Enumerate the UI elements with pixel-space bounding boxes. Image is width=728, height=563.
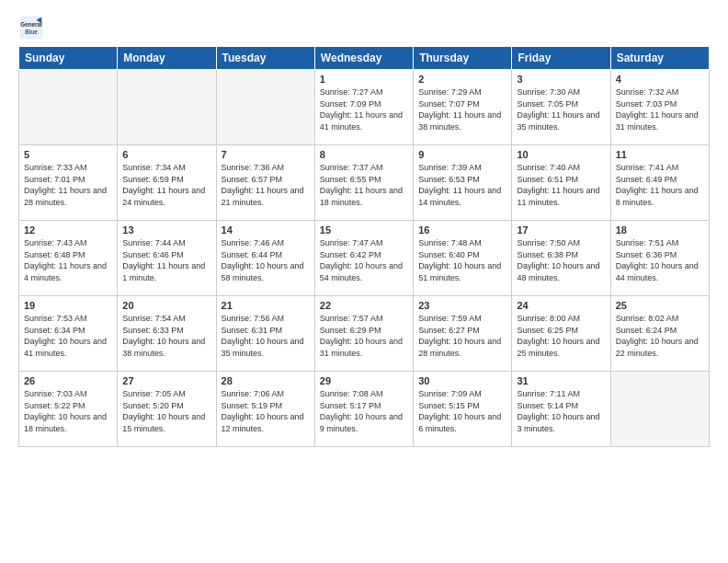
calendar-cell: 21 Sunrise: 7:56 AMSunset: 6:31 PMDaylig… (216, 296, 314, 372)
day-info: Sunrise: 7:09 AMSunset: 5:15 PMDaylight:… (418, 388, 506, 434)
calendar-cell: 4 Sunrise: 7:32 AMSunset: 7:03 PMDayligh… (610, 70, 709, 145)
day-info: Sunrise: 7:48 AMSunset: 6:40 PMDaylight:… (418, 237, 506, 283)
weekday-header-tuesday: Tuesday (216, 47, 314, 70)
weekday-header-sunday: Sunday (19, 47, 118, 70)
day-info: Sunrise: 7:03 AMSunset: 5:22 PMDaylight:… (24, 388, 112, 434)
calendar-cell: 20 Sunrise: 7:54 AMSunset: 6:33 PMDaylig… (118, 296, 216, 372)
calendar-cell: 10 Sunrise: 7:40 AMSunset: 6:51 PMDaylig… (512, 145, 610, 221)
day-number: 6 (122, 149, 210, 160)
calendar-cell: 16 Sunrise: 7:48 AMSunset: 6:40 PMDaylig… (414, 221, 512, 296)
day-number: 7 (222, 149, 310, 160)
day-number: 22 (320, 300, 408, 311)
logo: General Blue (18, 15, 46, 40)
day-number: 24 (517, 300, 605, 311)
day-number: 27 (122, 375, 210, 386)
day-info: Sunrise: 7:11 AMSunset: 5:14 PMDaylight:… (517, 388, 605, 434)
calendar-cell: 17 Sunrise: 7:50 AMSunset: 6:38 PMDaylig… (512, 221, 610, 296)
day-number: 8 (320, 149, 408, 160)
day-number: 9 (418, 149, 506, 160)
calendar-cell: 12 Sunrise: 7:43 AMSunset: 6:48 PMDaylig… (19, 221, 118, 296)
day-number: 4 (616, 74, 704, 85)
calendar-cell: 23 Sunrise: 7:59 AMSunset: 6:27 PMDaylig… (414, 296, 512, 372)
weekday-header-friday: Friday (512, 47, 610, 70)
calendar-cell (19, 70, 118, 145)
calendar-cell: 11 Sunrise: 7:41 AMSunset: 6:49 PMDaylig… (610, 145, 709, 221)
day-info: Sunrise: 7:36 AMSunset: 6:57 PMDaylight:… (222, 162, 310, 208)
day-number: 15 (320, 224, 408, 236)
day-number: 23 (418, 300, 506, 311)
day-info: Sunrise: 7:40 AMSunset: 6:51 PMDaylight:… (517, 162, 605, 208)
header: General Blue (18, 15, 710, 40)
week-row-2: 5 Sunrise: 7:33 AMSunset: 7:01 PMDayligh… (19, 145, 710, 221)
weekday-header-wednesday: Wednesday (314, 47, 413, 70)
day-info: Sunrise: 7:27 AMSunset: 7:09 PMDaylight:… (320, 86, 408, 132)
day-number: 14 (222, 224, 310, 236)
day-number: 13 (122, 224, 210, 236)
day-info: Sunrise: 7:34 AMSunset: 6:59 PMDaylight:… (122, 162, 210, 208)
calendar-cell: 30 Sunrise: 7:09 AMSunset: 5:15 PMDaylig… (414, 372, 512, 447)
calendar-cell: 15 Sunrise: 7:47 AMSunset: 6:42 PMDaylig… (314, 221, 413, 296)
calendar-cell: 13 Sunrise: 7:44 AMSunset: 6:46 PMDaylig… (118, 221, 216, 296)
day-info: Sunrise: 7:39 AMSunset: 6:53 PMDaylight:… (418, 162, 506, 208)
calendar-cell: 14 Sunrise: 7:46 AMSunset: 6:44 PMDaylig… (216, 221, 314, 296)
calendar-cell: 18 Sunrise: 7:51 AMSunset: 6:36 PMDaylig… (610, 221, 709, 296)
calendar-cell: 6 Sunrise: 7:34 AMSunset: 6:59 PMDayligh… (118, 145, 216, 221)
day-info: Sunrise: 8:02 AMSunset: 6:24 PMDaylight:… (616, 313, 704, 359)
calendar-cell: 19 Sunrise: 7:53 AMSunset: 6:34 PMDaylig… (19, 296, 118, 372)
calendar-cell: 3 Sunrise: 7:30 AMSunset: 7:05 PMDayligh… (512, 70, 610, 145)
calendar-cell: 31 Sunrise: 7:11 AMSunset: 5:14 PMDaylig… (512, 372, 610, 447)
calendar-cell: 9 Sunrise: 7:39 AMSunset: 6:53 PMDayligh… (414, 145, 512, 221)
day-info: Sunrise: 7:46 AMSunset: 6:44 PMDaylight:… (222, 237, 310, 283)
calendar-cell (610, 372, 709, 447)
weekday-header-thursday: Thursday (414, 47, 512, 70)
week-row-1: 1 Sunrise: 7:27 AMSunset: 7:09 PMDayligh… (19, 70, 710, 145)
day-info: Sunrise: 7:06 AMSunset: 5:19 PMDaylight:… (222, 388, 310, 434)
day-info: Sunrise: 7:44 AMSunset: 6:46 PMDaylight:… (122, 237, 210, 283)
day-number: 28 (222, 375, 310, 386)
weekday-header-saturday: Saturday (610, 47, 709, 70)
day-info: Sunrise: 7:41 AMSunset: 6:49 PMDaylight:… (616, 162, 704, 208)
day-info: Sunrise: 7:56 AMSunset: 6:31 PMDaylight:… (222, 313, 310, 359)
calendar-cell: 26 Sunrise: 7:03 AMSunset: 5:22 PMDaylig… (19, 372, 118, 447)
day-info: Sunrise: 7:57 AMSunset: 6:29 PMDaylight:… (320, 313, 408, 359)
day-number: 19 (24, 300, 112, 311)
week-row-3: 12 Sunrise: 7:43 AMSunset: 6:48 PMDaylig… (19, 221, 710, 296)
day-info: Sunrise: 7:33 AMSunset: 7:01 PMDaylight:… (24, 162, 112, 208)
day-info: Sunrise: 7:50 AMSunset: 6:38 PMDaylight:… (517, 237, 605, 283)
day-info: Sunrise: 7:51 AMSunset: 6:36 PMDaylight:… (616, 237, 704, 283)
day-number: 16 (418, 224, 506, 236)
weekday-header-monday: Monday (118, 47, 216, 70)
day-number: 17 (517, 224, 605, 236)
day-info: Sunrise: 7:53 AMSunset: 6:34 PMDaylight:… (24, 313, 112, 359)
calendar-cell: 25 Sunrise: 8:02 AMSunset: 6:24 PMDaylig… (610, 296, 709, 372)
day-info: Sunrise: 7:54 AMSunset: 6:33 PMDaylight:… (122, 313, 210, 359)
calendar-cell: 22 Sunrise: 7:57 AMSunset: 6:29 PMDaylig… (314, 296, 413, 372)
calendar-cell (118, 70, 216, 145)
day-info: Sunrise: 7:37 AMSunset: 6:55 PMDaylight:… (320, 162, 408, 208)
week-row-5: 26 Sunrise: 7:03 AMSunset: 5:22 PMDaylig… (19, 372, 710, 447)
day-number: 31 (517, 375, 605, 386)
calendar-cell: 5 Sunrise: 7:33 AMSunset: 7:01 PMDayligh… (19, 145, 118, 221)
calendar-cell (216, 70, 314, 145)
page: General Blue SundayMondayTuesdayWednesda… (0, 0, 728, 563)
calendar-cell: 2 Sunrise: 7:29 AMSunset: 7:07 PMDayligh… (414, 70, 512, 145)
day-number: 21 (222, 300, 310, 311)
calendar-cell: 24 Sunrise: 8:00 AMSunset: 6:25 PMDaylig… (512, 296, 610, 372)
svg-text:Blue: Blue (25, 29, 38, 35)
calendar-cell: 8 Sunrise: 7:37 AMSunset: 6:55 PMDayligh… (314, 145, 413, 221)
day-number: 5 (24, 149, 112, 160)
day-info: Sunrise: 7:47 AMSunset: 6:42 PMDaylight:… (320, 237, 408, 283)
calendar-cell: 27 Sunrise: 7:05 AMSunset: 5:20 PMDaylig… (118, 372, 216, 447)
day-info: Sunrise: 7:05 AMSunset: 5:20 PMDaylight:… (122, 388, 210, 434)
day-number: 1 (320, 74, 408, 85)
day-number: 18 (616, 224, 704, 236)
day-number: 11 (616, 149, 704, 160)
day-number: 3 (517, 74, 605, 85)
day-number: 2 (418, 74, 506, 85)
weekday-header-row: SundayMondayTuesdayWednesdayThursdayFrid… (19, 47, 710, 70)
day-info: Sunrise: 7:43 AMSunset: 6:48 PMDaylight:… (24, 237, 112, 283)
day-info: Sunrise: 7:32 AMSunset: 7:03 PMDaylight:… (616, 86, 704, 132)
day-number: 20 (122, 300, 210, 311)
calendar-table: SundayMondayTuesdayWednesdayThursdayFrid… (18, 46, 710, 447)
logo-icon: General Blue (18, 15, 44, 40)
